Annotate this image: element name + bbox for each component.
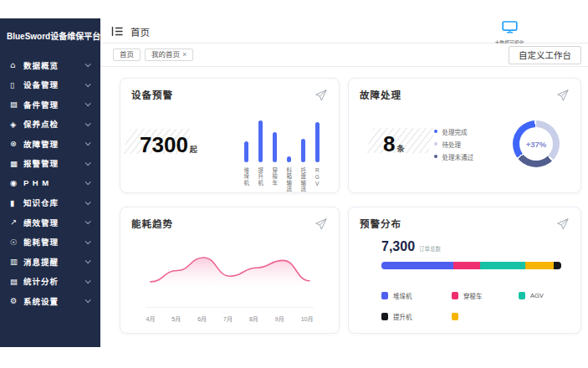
sidebar-item-alarm-mgmt[interactable]: ▦报警管理 xyxy=(0,154,100,174)
sidebar-item-spare-parts[interactable]: ▤备件管理 xyxy=(0,95,100,115)
stack-segment xyxy=(381,262,453,269)
x-axis-labels: 4月 5月 6月 7月 8月 9月 10月 xyxy=(146,314,314,323)
bar-label: 堆垛机 xyxy=(243,167,248,193)
sidebar-item-message[interactable]: ▥消息提醒 xyxy=(0,252,100,272)
send-icon[interactable] xyxy=(556,89,570,105)
tick-label: 4月 xyxy=(146,314,156,323)
legend-label: 处理未通过 xyxy=(442,152,473,161)
sidebar-menu: ⌂数据概览 ▯设备管理 ▤备件管理 ◈保养点检 ⊗故障管理 ▦报警管理 ◉P H… xyxy=(0,55,100,311)
legend-label: 处理完成 xyxy=(442,127,467,136)
distribution-legend: 堆垛机 穿梭车 AGV 提升机 xyxy=(381,291,561,321)
device-warning-total: 7300起 xyxy=(140,132,197,193)
close-icon[interactable]: × xyxy=(182,50,187,59)
chevron-down-icon xyxy=(85,141,91,146)
chevron-down-icon xyxy=(85,120,91,126)
sidebar-item-label: 统计分析 xyxy=(23,275,85,287)
chevron-down-icon xyxy=(85,258,91,264)
energy-bulb-icon: ☉ xyxy=(10,238,23,247)
big-data-visualization-link[interactable]: 大数据可视化 xyxy=(483,21,536,46)
legend-swatch xyxy=(381,292,388,299)
sidebar-item-label: 数据概览 xyxy=(23,59,85,71)
card-warning-distribution: 预警分布 7,300订单总数 堆垛机 穿梭车 xyxy=(348,207,581,334)
send-icon[interactable] xyxy=(314,89,328,105)
bar-label: 穿梭车 xyxy=(271,167,277,193)
sidebar-collapse-icon[interactable] xyxy=(111,25,123,40)
sidebar-item-label: 绩效管理 xyxy=(23,217,85,228)
message-chart-icon: ▥ xyxy=(10,257,23,266)
tab-home[interactable]: 首页 xyxy=(113,49,141,61)
distribution-stacked-bar xyxy=(381,262,561,269)
bar-column: 穿梭车 xyxy=(270,115,279,193)
sidebar-item-label: 故障管理 xyxy=(23,138,85,150)
stack-segment xyxy=(480,262,525,269)
settings-gear-icon: ⚙ xyxy=(10,296,23,305)
chevron-down-icon xyxy=(85,238,91,244)
legend-label: 穿梭车 xyxy=(463,291,483,300)
device-warning-bar-chart: 堆垛机 提升机 穿梭车 料箱输送机 托盘输送机 RGV xyxy=(242,115,321,193)
customize-workbench-button[interactable]: 自定义工作台 xyxy=(509,46,581,64)
sidebar-item-label: 设备管理 xyxy=(23,79,85,90)
tick-label: 8月 xyxy=(249,314,258,323)
app-logo: BlueSword设备维保平台 xyxy=(0,18,100,52)
tick-label: 5月 xyxy=(171,314,181,323)
legend-item xyxy=(452,312,519,321)
home-icon: ⌂ xyxy=(10,60,23,69)
chevron-down-icon xyxy=(85,180,91,186)
sidebar-item-device-mgmt[interactable]: ▯设备管理 xyxy=(0,75,100,95)
chevron-down-icon xyxy=(85,199,91,205)
fault-total: 8条 xyxy=(383,131,404,157)
fault-unit: 条 xyxy=(396,145,404,153)
tab-my-home[interactable]: 我的首页× xyxy=(145,49,193,61)
warning-distribution-body: 7,300订单总数 堆垛机 穿梭车 AGV 提升机 xyxy=(381,239,561,321)
legend-swatch xyxy=(452,292,458,299)
warning-count: 7300 xyxy=(140,132,188,157)
bar xyxy=(244,141,248,162)
card-title: 预警分布 xyxy=(360,217,401,230)
card-title: 故障处理 xyxy=(360,88,401,101)
chevron-down-icon xyxy=(85,160,91,166)
stack-segment xyxy=(453,262,480,269)
sidebar-item-data-overview[interactable]: ⌂数据概览 xyxy=(0,55,100,75)
spare-parts-icon: ▤ xyxy=(10,100,23,109)
sidebar-item-fault-mgmt[interactable]: ⊗故障管理 xyxy=(0,134,100,154)
tick-label: 6月 xyxy=(197,314,207,323)
legend-swatch xyxy=(452,313,458,320)
bar-label: RGV xyxy=(314,167,320,193)
legend-dot xyxy=(434,130,437,133)
send-icon[interactable] xyxy=(556,217,570,234)
card-title: 设备预警 xyxy=(131,88,173,101)
top-header: 首页 大数据可视化 xyxy=(100,18,588,43)
send-icon[interactable] xyxy=(314,217,328,234)
sidebar-item-maintenance-check[interactable]: ◈保养点检 xyxy=(0,115,100,135)
legend-dot xyxy=(434,155,437,158)
chevron-down-icon xyxy=(85,81,91,87)
legend-label: 待处理 xyxy=(442,140,461,149)
energy-trend-chart: 4月 5月 6月 7月 8月 9月 10月 xyxy=(146,243,314,323)
bar xyxy=(258,120,263,162)
legend-swatch xyxy=(381,313,388,320)
eye-icon: ◉ xyxy=(10,178,23,187)
sidebar-item-performance[interactable]: ↗绩效管理 xyxy=(0,212,100,233)
sidebar-item-phm[interactable]: ◉P H M xyxy=(0,173,100,193)
legend-item: 堆垛机 xyxy=(381,291,452,300)
sidebar-item-label: 备件管理 xyxy=(23,99,85,110)
fault-legend: 处理完成 待处理 处理未通过 xyxy=(434,124,473,165)
sidebar-item-statistics[interactable]: ▤统计分析 xyxy=(0,272,100,292)
statistics-chart-icon: ▤ xyxy=(10,277,23,286)
card-title: 能耗趋势 xyxy=(131,217,173,230)
legend-dot xyxy=(434,142,437,146)
legend-item: 提升机 xyxy=(381,312,452,321)
sidebar-item-settings[interactable]: ⚙系统设置 xyxy=(0,291,100,311)
warning-unit: 起 xyxy=(190,146,197,154)
card-device-warning: 设备预警 7300起 堆垛机 提升机 穿梭车 料箱输送机 托盘输送机 RGV xyxy=(120,78,340,193)
page-title: 首页 xyxy=(130,25,150,38)
fault-count: 8 xyxy=(383,131,395,156)
alarm-calendar-icon: ▦ xyxy=(10,159,23,168)
donut-center-label: +37% xyxy=(526,140,547,149)
tag-bar: 首页 我的首页× 自定义工作台 xyxy=(100,43,588,67)
sidebar-item-energy[interactable]: ☉能耗管理 xyxy=(0,233,100,253)
bar-label: 托盘输送机 xyxy=(299,167,305,193)
sidebar-item-knowledge-base[interactable]: ▮知识仓库 xyxy=(0,193,100,213)
sidebar-item-label: 系统设置 xyxy=(23,295,85,307)
legend-label: AGV xyxy=(530,292,544,299)
